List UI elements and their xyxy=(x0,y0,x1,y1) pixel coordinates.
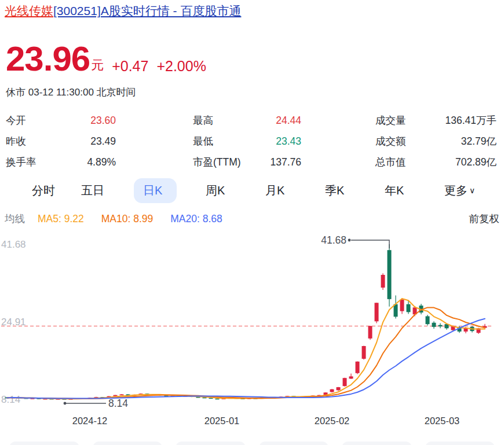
stat-label: 换手率 xyxy=(6,152,36,172)
price-block: 23.96 元 +0.47 +2.00% xyxy=(6,38,206,80)
stats-column-2: 最高24.44 最低23.43 市盈(TTM)137.76 xyxy=(193,110,301,172)
price-unit: 元 xyxy=(91,57,104,74)
ma10-legend: MA10: 8.99 xyxy=(101,213,154,225)
price-change-percent: +2.00% xyxy=(156,58,206,75)
stat-value: 23.43 xyxy=(276,131,301,152)
x-axis-labels: 2024-12 2025-01 2025-02 2025-03 xyxy=(0,415,504,429)
stat-label: 成交额 xyxy=(375,131,406,152)
stat-label: 昨收 xyxy=(6,131,26,152)
stock-quote-page: 光线传媒[300251]A股实时行情 - 百度股市通 23.96 元 +0.47… xyxy=(0,0,504,445)
stat-value: 32.79亿 xyxy=(461,131,496,152)
x-axis-label: 2025-03 xyxy=(425,415,460,426)
title-highlight: 光线传媒 xyxy=(5,4,53,17)
stat-row: 最高24.44 xyxy=(193,110,301,131)
tab-monthly-k[interactable]: 月K xyxy=(265,178,284,204)
stat-row: 昨收23.49 xyxy=(6,131,116,152)
bottom-button[interactable] xyxy=(342,442,412,445)
stat-value: 24.44 xyxy=(276,110,301,131)
stat-value: 23.49 xyxy=(90,131,116,152)
k-chart: 41.6824.918.1441.688.14 xyxy=(0,231,504,412)
stat-row: 换手率4.89% xyxy=(6,152,116,172)
svg-text:8.14: 8.14 xyxy=(1,394,20,405)
stat-row: 成交量136.41万手 xyxy=(375,110,496,131)
adjust-mode-button[interactable]: 前复权 xyxy=(469,212,500,226)
bottom-button[interactable] xyxy=(259,442,329,445)
stat-value: 137.76 xyxy=(270,152,301,172)
page-title-link[interactable]: 光线传媒[300251]A股实时行情 - 百度股市通 xyxy=(5,3,241,19)
stat-label: 成交量 xyxy=(375,110,406,131)
x-axis-label: 2025-01 xyxy=(204,415,240,426)
bottom-button[interactable] xyxy=(93,442,163,445)
stat-row: 市盈(TTM)137.76 xyxy=(193,152,301,172)
tab-quarterly-k[interactable]: 季K xyxy=(325,178,344,204)
svg-text:8.14: 8.14 xyxy=(108,398,128,409)
price-change: +0.47 xyxy=(112,58,148,75)
stats-column-3: 成交量136.41万手 成交额32.79亿 总市值702.89亿 xyxy=(375,110,496,172)
stat-row: 成交额32.79亿 xyxy=(375,131,496,152)
x-axis-label: 2024-12 xyxy=(72,415,108,426)
stat-label: 总市值 xyxy=(375,152,406,172)
bottom-button[interactable] xyxy=(176,442,246,445)
stat-label: 最高 xyxy=(193,110,213,131)
bottom-button[interactable] xyxy=(9,442,79,445)
ma5-legend: MA5: 9.22 xyxy=(38,213,84,225)
tab-5day[interactable]: 五日 xyxy=(81,178,104,204)
tab-daily-k[interactable]: 日K xyxy=(143,178,162,204)
period-tabs: 分时 五日 日K 周K 月K 季K 年K 更多∨ xyxy=(0,178,504,204)
svg-text:41.68: 41.68 xyxy=(1,239,26,250)
market-status-line: 休市 03-12 11:30:00 北京时间 xyxy=(6,86,136,99)
current-price: 23.96 xyxy=(6,38,90,80)
tab-weekly-k[interactable]: 周K xyxy=(206,178,225,204)
tab-minute[interactable]: 分时 xyxy=(32,178,55,204)
tab-yearly-k[interactable]: 年K xyxy=(385,178,404,204)
stat-value: 4.89% xyxy=(87,152,116,172)
tab-more[interactable]: 更多∨ xyxy=(444,178,475,204)
svg-text:41.68: 41.68 xyxy=(321,234,346,246)
stat-label: 最低 xyxy=(193,131,213,152)
stat-row: 最低23.43 xyxy=(193,131,301,152)
stat-value: 702.89亿 xyxy=(455,152,496,172)
stat-value: 136.41万手 xyxy=(445,110,496,131)
stat-value: 23.60 xyxy=(90,110,116,131)
bottom-button[interactable] xyxy=(425,442,495,445)
chevron-down-icon: ∨ xyxy=(469,178,475,204)
stat-row: 今开23.60 xyxy=(6,110,116,131)
x-axis-label: 2025-02 xyxy=(315,415,350,426)
ma20-legend: MA20: 8.68 xyxy=(170,213,222,225)
stat-label: 今开 xyxy=(6,110,26,131)
ma-legend-row: 均线 MA5: 9.22 MA10: 8.99 MA20: 8.68 前复权 xyxy=(5,210,499,227)
tab-more-label: 更多 xyxy=(444,184,468,197)
stat-row: 总市值702.89亿 xyxy=(375,152,496,172)
ma-legend-title: 均线 xyxy=(5,212,25,226)
stats-column-1: 今开23.60 昨收23.49 换手率4.89% xyxy=(6,110,116,172)
stat-label: 市盈(TTM) xyxy=(193,152,241,172)
title-rest: [300251]A股实时行情 - 百度股市通 xyxy=(53,4,241,17)
candlestick-chart-area[interactable]: 41.6824.918.1441.688.14 xyxy=(0,231,504,412)
bottom-button-row xyxy=(9,442,495,445)
